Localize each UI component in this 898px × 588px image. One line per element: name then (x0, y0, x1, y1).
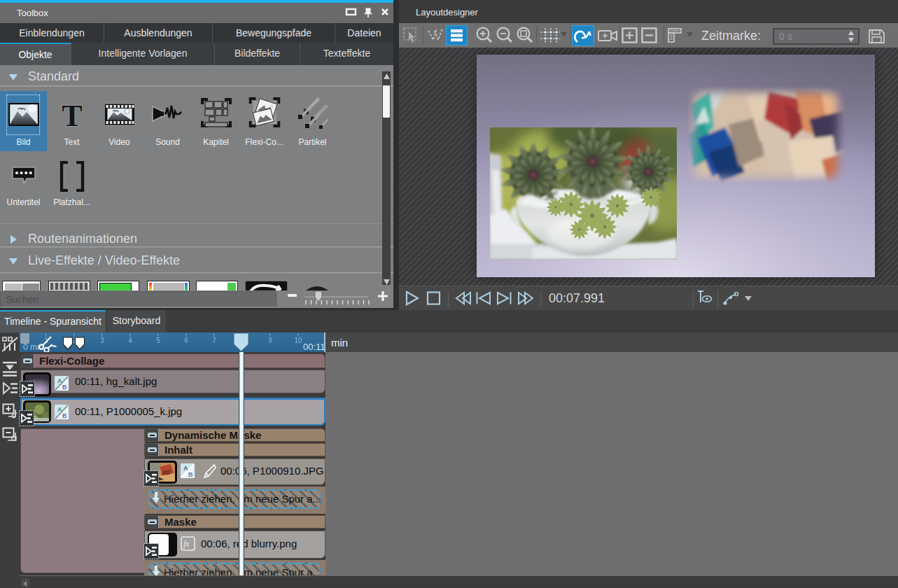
svg-text:5: 5 (156, 337, 160, 344)
svg-text:9: 9 (268, 337, 272, 344)
svg-text:4: 4 (128, 337, 132, 344)
svg-text:A: A (183, 465, 188, 472)
svg-text:T: T (62, 100, 82, 131)
svg-text:A: A (57, 377, 62, 384)
svg-text:7: 7 (212, 337, 216, 344)
svg-text:0 min: 0 min (23, 342, 43, 352)
svg-text:10: 10 (294, 337, 302, 344)
svg-text:3: 3 (100, 337, 104, 344)
svg-text:fx: fx (183, 539, 190, 549)
svg-text:B: B (188, 471, 193, 478)
svg-text:B: B (62, 384, 67, 391)
svg-text:00:11: 00:11 (303, 342, 325, 352)
svg-text:A: A (57, 406, 62, 413)
svg-text:6: 6 (184, 337, 188, 344)
svg-text:B: B (62, 412, 67, 419)
